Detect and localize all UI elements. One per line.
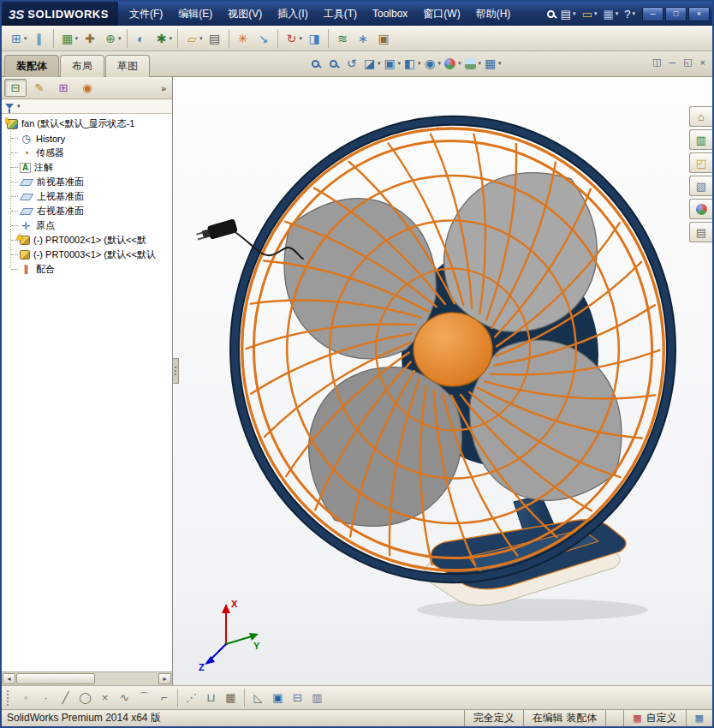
view-settings-icon[interactable]: ▦ xyxy=(482,54,498,73)
commandmanager-tab[interactable]: 草图 xyxy=(105,55,150,77)
viewport-layout-button[interactable]: ◫ xyxy=(652,57,661,68)
dropdown-caret-icon[interactable]: ▾ xyxy=(438,60,442,67)
isometric-view-cube-icon[interactable]: ▣ xyxy=(268,689,288,707)
sketch-line-icon[interactable]: ╱ xyxy=(56,689,75,707)
tree-item[interactable]: 右视基准面 xyxy=(5,204,172,218)
measure-icon[interactable]: ∗ xyxy=(353,28,373,49)
dropdown-caret-icon[interactable]: ▾ xyxy=(118,35,122,42)
sketch-arc-icon[interactable]: ⌒ xyxy=(134,689,154,707)
property-manager-tab[interactable]: ✎ xyxy=(28,79,51,97)
menu-item[interactable]: 编辑(E) xyxy=(170,2,220,26)
commandmanager-tab[interactable]: 布局 xyxy=(60,55,104,77)
dropdown-caret-icon[interactable]: ▾ xyxy=(632,10,635,17)
panel-hscrollbar[interactable]: ◂ ▸ xyxy=(2,671,172,685)
tree-item[interactable]: 前视基准面 xyxy=(5,175,172,189)
bill-of-materials-icon[interactable]: ▤ xyxy=(205,28,225,49)
tree-item[interactable]: 配合 xyxy=(5,262,172,277)
mass-properties-icon[interactable]: ▣ xyxy=(373,28,394,49)
zoom-to-fit-icon[interactable] xyxy=(307,54,324,73)
doc-close-button[interactable]: × xyxy=(700,57,705,68)
design-library-tab[interactable]: ▥ xyxy=(689,129,712,150)
tree-item[interactable]: 传感器 xyxy=(5,146,172,160)
sketch-point-icon[interactable]: · xyxy=(36,689,56,707)
motion-study-icon[interactable]: ≋ xyxy=(332,28,353,49)
dropdown-caret-icon[interactable]: ▾ xyxy=(170,35,173,42)
sketch-points-pattern-icon[interactable]: ⋰ xyxy=(181,689,201,707)
solidworks-resources-tab[interactable]: ⌂ xyxy=(689,106,712,127)
dropdown-caret-icon[interactable]: ▾ xyxy=(498,60,502,67)
dropdown-caret-icon[interactable]: ▾ xyxy=(398,60,402,67)
doc-minimize-button[interactable]: ─ xyxy=(669,57,675,68)
filter-caret-icon[interactable]: ▾ xyxy=(17,103,21,110)
menu-item[interactable]: 插入(I) xyxy=(270,2,315,26)
graphics-area[interactable]: ⌂▥◰▧▤ XYZ xyxy=(173,77,712,685)
show-hidden-components-icon[interactable]: ◐ xyxy=(131,28,152,49)
tree-item[interactable]: 原点 xyxy=(5,218,172,233)
sketch-spline-icon[interactable]: ∿ xyxy=(115,689,134,707)
dropdown-caret-icon[interactable]: ▾ xyxy=(594,10,598,17)
view-orientation-icon[interactable]: ▣ xyxy=(382,54,398,73)
table-display-icon[interactable]: ▥ xyxy=(307,689,327,707)
new-document-button[interactable]: ▤▾ xyxy=(561,8,576,21)
exploded-view-icon[interactable]: ✳ xyxy=(233,28,253,49)
smart-fasteners-icon[interactable]: ✚ xyxy=(80,28,100,49)
section-display-icon[interactable]: ⊟ xyxy=(288,689,307,707)
overflow-chevron-icon[interactable]: » xyxy=(161,83,170,93)
sketch-circle-icon[interactable]: ◯ xyxy=(75,689,95,707)
open-button[interactable]: ▭▾ xyxy=(582,8,598,21)
dropdown-caret-icon[interactable]: ▾ xyxy=(24,35,27,42)
dropdown-caret-icon[interactable]: ▾ xyxy=(573,10,576,17)
menu-item[interactable]: 工具(T) xyxy=(316,2,365,26)
hide-show-items-icon[interactable]: ◉ xyxy=(422,54,438,73)
scroll-thumb[interactable] xyxy=(16,673,95,684)
menu-item[interactable]: Toolbox xyxy=(365,2,415,26)
save-button[interactable]: ▦▾ xyxy=(603,8,618,21)
sketch-cross-icon[interactable]: × xyxy=(95,689,115,707)
instant-3d-icon[interactable]: ↘ xyxy=(253,28,274,49)
menu-item[interactable]: 文件(F) xyxy=(122,2,170,26)
section-view-icon[interactable]: ◪ xyxy=(361,54,378,73)
grid-snap-icon[interactable]: ⊔ xyxy=(201,689,221,707)
grid-display-icon[interactable]: ▦ xyxy=(221,689,241,707)
display-style-icon[interactable]: ◧ xyxy=(402,54,418,73)
angle-snap-icon[interactable]: ◺ xyxy=(248,689,268,707)
doc-restore-button[interactable]: ◱ xyxy=(683,57,692,68)
dropdown-caret-icon[interactable]: ▾ xyxy=(378,60,381,67)
configuration-manager-tab[interactable]: ⊞ xyxy=(52,79,74,97)
dropdown-caret-icon[interactable]: ▾ xyxy=(199,35,203,42)
previous-view-icon[interactable]: ↺ xyxy=(343,54,360,73)
edit-appearance-icon[interactable] xyxy=(442,54,458,73)
minimize-button[interactable]: ─ xyxy=(642,7,663,21)
zoom-to-area-icon[interactable] xyxy=(325,54,342,73)
scroll-left-button[interactable]: ◂ xyxy=(3,673,15,684)
dropdown-caret-icon[interactable]: ▾ xyxy=(75,35,79,42)
help-button[interactable]: ?▾ xyxy=(624,8,635,21)
dropdown-caret-icon[interactable]: ▾ xyxy=(479,60,482,67)
close-button[interactable]: × xyxy=(688,7,710,21)
view-palette-tab[interactable]: ▧ xyxy=(689,176,712,196)
search-button[interactable] xyxy=(547,10,555,18)
display-manager-tab[interactable]: ◉ xyxy=(76,79,98,97)
tree-item[interactable]: fan (默认<默认_显示状态-1 xyxy=(5,116,172,131)
toolbar-grip[interactable] xyxy=(7,690,10,706)
tree-item[interactable]: (-) PRT0002<1> (默认<<默 xyxy=(5,233,172,248)
filter-bar[interactable]: ▾ xyxy=(2,99,172,114)
dropdown-caret-icon[interactable]: ▾ xyxy=(300,35,303,42)
custom-properties-tab[interactable]: ▤ xyxy=(689,222,712,242)
feature-manager-tab[interactable]: ⊟ xyxy=(4,79,27,97)
file-explorer-tab[interactable]: ◰ xyxy=(689,152,712,173)
filter-icon[interactable] xyxy=(5,104,14,109)
maximize-button[interactable]: □ xyxy=(665,7,687,21)
select-tool-icon[interactable]: ◦ xyxy=(16,689,36,707)
dropdown-caret-icon[interactable]: ▾ xyxy=(458,60,461,67)
apply-scene-icon[interactable] xyxy=(462,54,479,73)
commandmanager-tab[interactable]: 装配体 xyxy=(4,55,59,77)
tree-item[interactable]: History xyxy=(5,131,172,146)
tree-item[interactable]: 上视基准面 xyxy=(5,189,172,204)
menu-item[interactable]: 帮助(H) xyxy=(468,2,519,26)
panel-splitter-handle[interactable] xyxy=(173,358,179,384)
dropdown-caret-icon[interactable]: ▾ xyxy=(616,10,619,17)
appearances-tab[interactable] xyxy=(689,199,712,219)
snapshot-icon[interactable]: ◨ xyxy=(304,28,324,49)
scroll-right-button[interactable]: ▸ xyxy=(158,673,171,684)
